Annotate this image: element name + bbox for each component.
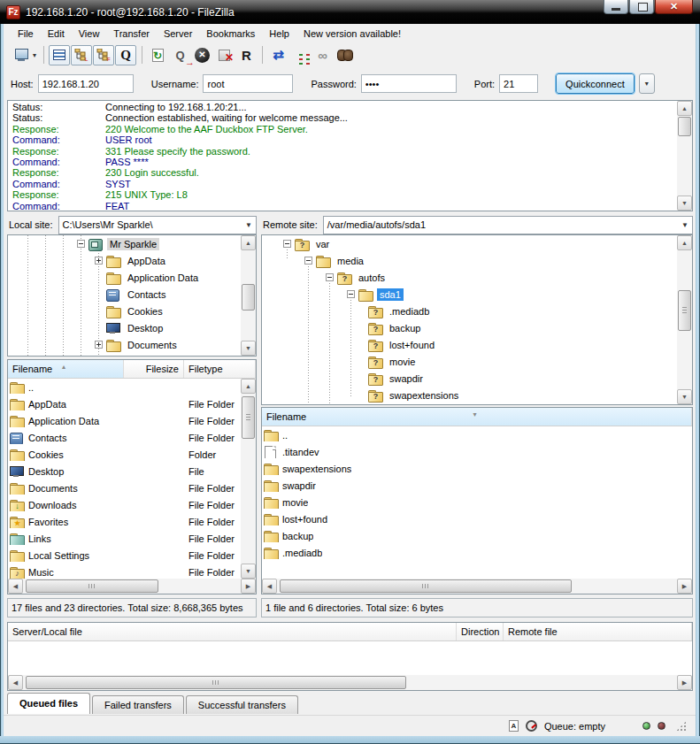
column-header-filesize[interactable]: Filesize	[124, 360, 184, 378]
tree-item[interactable]: lost+found	[262, 336, 677, 353]
expander-icon[interactable]	[95, 257, 103, 265]
column-header-server-local-file[interactable]: Server/Local file	[8, 623, 457, 640]
process-queue-button[interactable]	[169, 44, 191, 65]
file-row[interactable]: swapdir	[262, 477, 692, 494]
tree-item[interactable]: autofs	[262, 269, 677, 286]
tree-item[interactable]: backup	[262, 319, 677, 336]
menu-item[interactable]: Edit	[41, 26, 72, 42]
scrollbar-thumb[interactable]	[26, 579, 158, 593]
scroll-right-icon[interactable]: ▶	[677, 675, 692, 690]
scrollbar-thumb[interactable]	[242, 396, 255, 439]
file-row[interactable]: Documents File Folder	[8, 479, 241, 496]
expander-icon[interactable]	[95, 341, 103, 349]
disconnect-button[interactable]	[213, 44, 235, 65]
menu-item[interactable]: File	[11, 26, 41, 42]
menu-item[interactable]: New version available!	[296, 26, 408, 42]
scroll-up-icon[interactable]: ▲	[677, 101, 692, 116]
queue-hscrollbar[interactable]: ◀ ▶	[8, 675, 692, 690]
toggle-remote-tree-button[interactable]: F	[93, 45, 114, 65]
expander-icon[interactable]	[77, 240, 85, 248]
site-manager-button[interactable]	[10, 44, 32, 65]
file-row[interactable]: AppData File Folder	[8, 395, 241, 412]
host-input[interactable]	[38, 74, 134, 93]
filter-button[interactable]	[312, 44, 334, 65]
minimize-button[interactable]	[604, 0, 628, 14]
tree-item[interactable]: .mediadb	[262, 303, 677, 319]
tree-item[interactable]: movie	[262, 353, 677, 370]
file-row[interactable]: swapextensions	[262, 460, 692, 477]
scrollbar-thumb[interactable]	[678, 117, 691, 136]
file-row[interactable]: backup	[262, 527, 692, 544]
toggle-message-log-button[interactable]	[49, 45, 70, 65]
chevron-down-icon[interactable]: ▼	[242, 221, 256, 229]
toggle-queue-button[interactable]	[115, 45, 136, 65]
scroll-up-icon[interactable]: ▲	[241, 379, 256, 394]
refresh-button[interactable]	[147, 44, 169, 65]
quickconnect-dropdown[interactable]: ▾	[639, 73, 655, 94]
scroll-left-icon[interactable]: ◀	[8, 579, 23, 594]
scroll-up-icon[interactable]: ▲	[677, 235, 692, 250]
tree-item[interactable]: sda1	[262, 286, 677, 303]
file-row[interactable]: lost+found	[262, 510, 692, 527]
directory-comparison-button[interactable]	[289, 44, 312, 65]
scrollbar-thumb[interactable]	[242, 284, 255, 311]
scrollbar-thumb[interactable]	[678, 290, 691, 331]
tree-item[interactable]: Documents	[8, 336, 241, 353]
scroll-down-icon[interactable]: ▼	[677, 389, 692, 404]
cancel-operation-button[interactable]	[191, 44, 213, 65]
tree-item[interactable]: Mr Sparkle	[8, 235, 241, 252]
scroll-left-icon[interactable]: ◀	[262, 579, 277, 594]
port-input[interactable]	[499, 74, 538, 93]
file-row[interactable]: movie	[262, 494, 692, 510]
scroll-down-icon[interactable]: ▼	[677, 196, 692, 211]
file-row[interactable]: .mediadb	[262, 544, 692, 561]
column-header-direction[interactable]: Direction	[457, 623, 504, 640]
file-row[interactable]: Local Settings File Folder	[8, 547, 241, 564]
file-row[interactable]: ..	[262, 426, 692, 443]
remote-site-combo[interactable]: /var/media/autofs/sda1 ▼	[323, 216, 693, 234]
tree-item[interactable]: Application Data	[8, 269, 241, 286]
queue-tab[interactable]: Queued files	[7, 693, 90, 714]
file-row[interactable]: Application Data File Folder	[8, 412, 241, 429]
site-manager-dropdown[interactable]: ▾	[33, 51, 36, 59]
local-list-scrollbar[interactable]: ▲ ▼	[241, 379, 256, 579]
chevron-down-icon[interactable]: ▼	[678, 221, 692, 229]
scrollbar-thumb[interactable]	[26, 676, 406, 689]
remote-tree-scrollbar[interactable]: ▲ ▼	[677, 235, 692, 404]
expander-icon[interactable]	[326, 273, 334, 281]
tree-item[interactable]: swapdir	[262, 370, 677, 387]
local-site-combo[interactable]: C:\Users\Mr Sparkle\ ▼	[58, 216, 257, 234]
file-row[interactable]: Downloads File Folder	[8, 496, 241, 513]
expander-icon[interactable]	[283, 240, 291, 248]
queue-tab[interactable]: Failed transfers	[92, 695, 184, 714]
scroll-down-icon[interactable]: ▼	[241, 341, 256, 356]
scrollbar-thumb[interactable]	[280, 579, 572, 593]
queue-tab[interactable]: Successful transfers	[186, 695, 298, 714]
expander-icon[interactable]	[304, 257, 312, 265]
toggle-local-tree-button[interactable]: L	[71, 45, 92, 65]
resize-grip[interactable]	[676, 721, 687, 732]
column-header-filetype[interactable]: Filetype	[184, 360, 256, 378]
menu-item[interactable]: Bookmarks	[199, 26, 262, 42]
menu-item[interactable]: View	[72, 26, 107, 42]
scroll-down-icon[interactable]: ▼	[241, 564, 256, 579]
title-bar[interactable]: Fz 192.168.1.20 - root@192.168.1.20 - Fi…	[0, 0, 700, 24]
maximize-button[interactable]	[629, 0, 654, 14]
file-row[interactable]: Links File Folder	[8, 530, 241, 547]
local-list-hscrollbar[interactable]: ◀ ▶	[8, 579, 256, 594]
column-header-filename[interactable]: Filename	[8, 360, 124, 378]
file-row[interactable]: .titandev	[262, 443, 692, 460]
tree-item[interactable]: dvd	[262, 403, 677, 404]
log-scrollbar[interactable]: ▲ ▼	[677, 101, 692, 211]
data-type-icon[interactable]	[509, 720, 519, 732]
remote-list-hscrollbar[interactable]: ◀ ▶	[262, 579, 692, 594]
menu-item[interactable]: Help	[262, 26, 296, 42]
close-button[interactable]	[655, 0, 693, 14]
local-tree-scrollbar[interactable]: ▲ ▼	[241, 235, 256, 356]
scroll-left-icon[interactable]: ◀	[8, 675, 23, 690]
tree-item[interactable]: var	[262, 235, 677, 252]
expander-icon[interactable]	[347, 290, 355, 298]
menu-item[interactable]: Server	[157, 26, 199, 42]
username-input[interactable]	[203, 74, 293, 93]
scroll-right-icon[interactable]: ▶	[241, 579, 256, 594]
